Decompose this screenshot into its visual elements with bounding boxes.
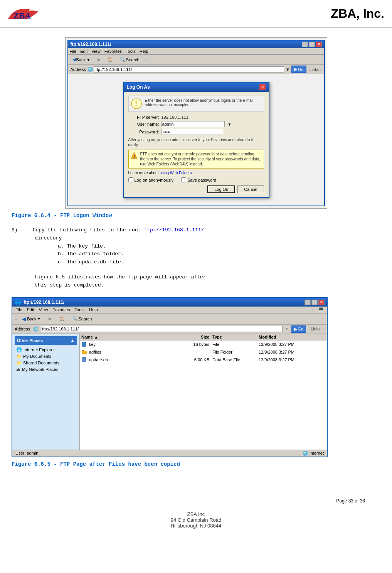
svg-text:ZBA: ZBA: [13, 11, 31, 20]
figure-ref2: this step is completed.: [35, 281, 380, 290]
menu-help[interactable]: Help: [140, 49, 148, 54]
shared-docs-icon: 📁: [16, 361, 22, 366]
ftp-menu-file[interactable]: File: [15, 307, 22, 312]
ftp-titlebar: 🌐 ftp://192.168.1.111/ _ □ ✕: [12, 298, 327, 307]
ftp-menu-help[interactable]: Help: [89, 307, 98, 312]
svg-rect-6: [85, 342, 86, 343]
file-type-key: File: [212, 342, 259, 347]
sidebar-item-shared-documents[interactable]: 📁 Shared Documents: [15, 360, 77, 366]
svg-rect-9: [85, 357, 86, 359]
main-content: ftp://192.168.1.111/ _ □ ✕ File Edit Vie…: [0, 28, 392, 534]
file-size-key: 16 bytes: [182, 342, 212, 347]
ftp-minimize-button[interactable]: _: [305, 300, 311, 305]
figure2-container: 🌐 ftp://192.168.1.111/ _ □ ✕ File Edit V…: [12, 297, 328, 457]
col-modified-header[interactable]: Modified: [259, 335, 325, 339]
password-label: Password:: [128, 130, 159, 134]
ftp-home-button[interactable]: 🏠: [57, 315, 67, 322]
cancel-button[interactable]: Cancel: [237, 185, 264, 193]
col-size-header[interactable]: Size: [182, 335, 212, 339]
my-documents-icon: 📁: [16, 354, 22, 359]
ftp-menubar: File Edit View Favorites Tools Help » 🖥️: [12, 307, 327, 313]
back-button[interactable]: ◀ Back ▼: [70, 56, 93, 63]
ftp-address-input[interactable]: [40, 326, 282, 332]
file-modified-updatedb: 12/9/2008 3:27 PM: [259, 357, 325, 362]
links-label: Links: [310, 67, 320, 72]
anon-checkbox-label: Log on anonymously: [135, 178, 174, 182]
table-row[interactable]: adfiles File Folder 12/9/2008 3:27 PM: [80, 348, 327, 356]
anon-checkbox-item: Log on anonymously: [128, 177, 174, 182]
file-icon: [81, 341, 87, 347]
figure1-browser: ftp://192.168.1.111/ _ □ ✕ File Edit Vie…: [67, 40, 325, 206]
file-type-adfiles: File Folder: [212, 350, 259, 354]
ftp-file-area: Name ▲ Size Type Modified: [80, 334, 327, 450]
file-modified-key: 12/9/2008 3:27 PM: [259, 342, 325, 347]
col-name-header[interactable]: Name ▲: [81, 335, 182, 339]
save-password-checkbox[interactable]: [181, 177, 186, 182]
file-modified-adfiles: 12/9/2008 3:27 PM: [259, 350, 325, 354]
footer-area: Page 33 of 38 ZBA Inc 94 Old Camplain Ro…: [12, 498, 380, 529]
maximize-button[interactable]: □: [309, 42, 315, 47]
sidebar-item-my-documents[interactable]: 📁 My Documents: [15, 353, 77, 360]
menu-file[interactable]: File: [70, 49, 77, 54]
zba-logo: ZBA: [4, 4, 50, 23]
ftp-search-button[interactable]: 🔍 Search: [70, 315, 95, 322]
ftp-forward-button[interactable]: ▶: [46, 315, 54, 322]
file-name-key: key: [89, 342, 96, 347]
sidebar-collapse-icon[interactable]: ▲: [70, 338, 75, 343]
go-button[interactable]: ▶ Go: [291, 66, 306, 73]
ftp-link[interactable]: ftp://192.168.1.111/: [144, 227, 204, 233]
status-internet: 🌐 Internet: [303, 451, 324, 456]
db-file-icon: [81, 357, 87, 363]
ftp-close-button[interactable]: ✕: [318, 300, 325, 305]
item-c: c. The update.db file.: [58, 258, 380, 266]
dialog-overlay: Log On As ✕ ! Either the server does not…: [68, 74, 324, 206]
col-type-header[interactable]: Type: [212, 335, 259, 339]
item-a: a. The key file.: [58, 243, 380, 251]
anon-checkbox[interactable]: [128, 177, 133, 182]
username-input[interactable]: [162, 121, 225, 127]
minimize-button[interactable]: _: [302, 42, 308, 47]
ftp-menu-tools[interactable]: Tools: [75, 307, 85, 312]
sidebar-item-my-network[interactable]: 🖧 My Network Places: [15, 366, 77, 372]
search-button[interactable]: 🔍 Search: [117, 56, 142, 63]
svg-text:!: !: [133, 154, 135, 158]
step-text: Copy the following files to the root: [33, 227, 141, 233]
menu-favorites[interactable]: Favorites: [104, 49, 122, 54]
ftp-statusbar: User: admin 🌐 Internet: [12, 450, 327, 457]
save-password-label: Save password: [187, 178, 216, 182]
ftp-menu-view[interactable]: View: [39, 307, 48, 312]
menu-tools[interactable]: Tools: [126, 49, 136, 54]
table-row[interactable]: update.db 6.00 KB Data Base File 12/9/20…: [80, 356, 327, 364]
menu-view[interactable]: View: [91, 49, 101, 54]
ftp-maximize-button[interactable]: □: [311, 300, 318, 305]
ftp-sidebar: Other Places ▲ 🌐 Internet Explorer 📁 My …: [12, 334, 80, 450]
web-folders-link[interactable]: using Web Folders: [160, 171, 192, 175]
forward-button[interactable]: ▶: [95, 56, 103, 63]
username-dropdown[interactable]: ▼: [228, 122, 232, 126]
menu-edit[interactable]: Edit: [80, 49, 87, 54]
log-on-button[interactable]: Log On: [207, 185, 235, 193]
home-button[interactable]: 🏠: [105, 56, 116, 63]
ftp-address-bar: Address 🌐 ▼ ▶ Go Links »: [12, 325, 327, 334]
ftp-menu-favorites[interactable]: Favorites: [52, 307, 70, 312]
dialog-close-button[interactable]: ✕: [259, 84, 266, 90]
page-header: ZBA ZBA, Inc.: [0, 0, 392, 28]
step-number: 9): [12, 227, 18, 233]
ftp-back-button[interactable]: ◀ Back ▼: [19, 315, 43, 323]
sidebar-item-ie[interactable]: 🌐 Internet Explorer: [15, 346, 77, 353]
table-row[interactable]: key 16 bytes File 12/9/2008 3:27 PM: [80, 340, 327, 348]
password-input[interactable]: [162, 129, 223, 135]
address-input[interactable]: [94, 66, 284, 72]
dialog-titlebar: Log On As ✕: [124, 83, 269, 92]
learn-more-row: Learn more about using Web Folders.: [128, 171, 264, 175]
internet-icon: 🌐: [303, 451, 308, 456]
ftp-menu-edit[interactable]: Edit: [27, 307, 34, 312]
close-button[interactable]: ✕: [316, 42, 322, 47]
footer-address-line: 94 Old Camplain Road: [12, 517, 380, 523]
ftp-go-button[interactable]: ▶ Go: [291, 325, 306, 333]
footer-city: Hillsborough NJ 08844: [12, 523, 380, 529]
file-name-updatedb: update.db: [89, 357, 108, 362]
page-number: Page 33 of 38: [12, 498, 380, 504]
svg-text:!: !: [135, 100, 137, 108]
company-title: ZBA, Inc.: [331, 7, 384, 21]
